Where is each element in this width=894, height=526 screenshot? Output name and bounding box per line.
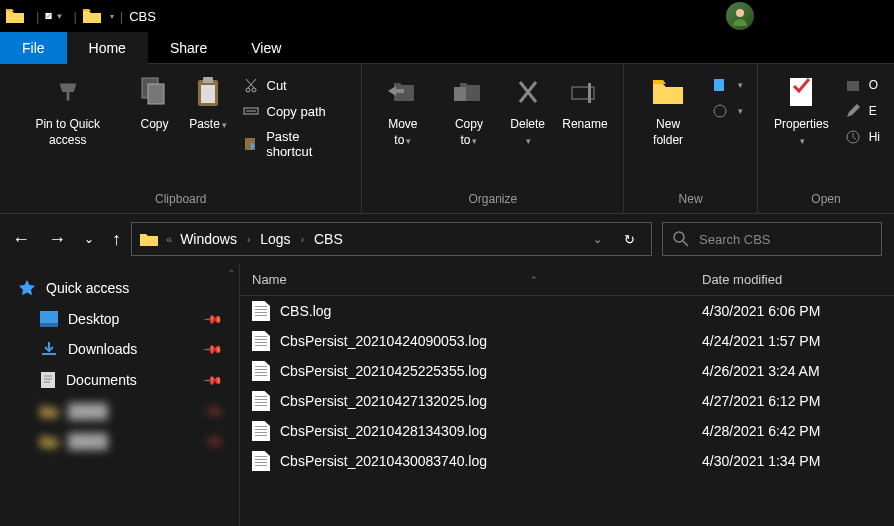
pin-icon: 📌 (203, 309, 224, 330)
open-icon (845, 77, 861, 93)
svg-point-17 (674, 232, 684, 242)
sidebar-quick-access[interactable]: Quick access (0, 272, 239, 304)
file-date: 4/30/2021 1:34 PM (702, 453, 882, 469)
address-box[interactable]: « Windows› Logs› CBS ⌄ ↻ (131, 222, 652, 256)
file-name: CbsPersist_20210427132025.log (280, 393, 702, 409)
group-label: Organize (370, 189, 615, 209)
file-name: CbsPersist_20210425225355.log (280, 363, 702, 379)
svg-rect-18 (40, 311, 58, 323)
ribbon: Pin to Quick access Copy Paste▾ Cut Copy… (0, 64, 894, 214)
scissors-icon (243, 77, 259, 93)
group-new: New folder ▾ ▾ New (624, 64, 758, 213)
recent-dropdown[interactable]: ⌄ (84, 232, 94, 246)
copy-to-button[interactable]: Copy to▾ (437, 68, 500, 154)
file-icon (252, 391, 270, 411)
paste-shortcut-button[interactable]: Paste shortcut (237, 126, 354, 162)
file-icon (252, 421, 270, 441)
file-date: 4/26/2021 3:24 AM (702, 363, 882, 379)
copy-path-button[interactable]: Copy path (237, 100, 354, 122)
check-icon[interactable]: ▼ (45, 7, 63, 25)
folder-icon (140, 232, 158, 246)
file-icon (252, 361, 270, 381)
file-row[interactable]: CbsPersist_20210428134309.log4/28/2021 6… (240, 416, 894, 446)
tab-view[interactable]: View (229, 32, 303, 64)
properties-button[interactable]: Properties▾ (766, 68, 837, 154)
navigation-pane: ⌃ Quick access Desktop📌 Downloads📌 Docum… (0, 264, 240, 526)
tab-share[interactable]: Share (148, 32, 229, 64)
pin-icon: 📌 (203, 370, 224, 391)
file-icon (252, 301, 270, 321)
column-date[interactable]: Date modified (702, 272, 882, 287)
tab-home[interactable]: Home (67, 32, 148, 64)
file-date: 4/27/2021 6:12 PM (702, 393, 882, 409)
svg-rect-20 (41, 372, 55, 388)
file-row[interactable]: CBS.log4/30/2021 6:06 PM (240, 296, 894, 326)
sidebar-item-documents[interactable]: Documents📌 (0, 364, 239, 396)
file-row[interactable]: CbsPersist_20210424090053.log4/24/2021 1… (240, 326, 894, 356)
shortcut-icon (243, 136, 259, 152)
up-button[interactable]: ↑ (112, 229, 121, 250)
file-row[interactable]: CbsPersist_20210427132025.log4/27/2021 6… (240, 386, 894, 416)
content-area: ⌃ Quick access Desktop📌 Downloads📌 Docum… (0, 264, 894, 526)
svg-rect-15 (847, 81, 859, 91)
group-label: Clipboard (8, 189, 353, 209)
file-date: 4/24/2021 1:57 PM (702, 333, 882, 349)
group-label: New (632, 189, 749, 209)
delete-button[interactable]: Delete▾ (503, 68, 553, 154)
refresh-button[interactable]: ↻ (616, 232, 643, 247)
svg-rect-5 (203, 77, 213, 83)
file-name: CBS.log (280, 303, 702, 319)
move-to-button[interactable]: Move to▾ (370, 68, 435, 154)
crumb-windows[interactable]: Windows (180, 231, 237, 247)
svg-rect-3 (148, 84, 164, 104)
search-placeholder: Search CBS (699, 232, 771, 247)
user-avatar[interactable] (726, 2, 754, 30)
sidebar-item-desktop[interactable]: Desktop📌 (0, 304, 239, 334)
column-name[interactable]: Name⌃ (252, 272, 702, 287)
search-box[interactable]: Search CBS (662, 222, 882, 256)
sidebar-item-blurred[interactable]: ████📌 (0, 396, 239, 426)
rename-button[interactable]: Rename (555, 68, 616, 138)
history-button[interactable]: Hi (839, 126, 886, 148)
open-button[interactable]: O (839, 74, 886, 96)
folder-icon (83, 9, 101, 23)
forward-button[interactable]: → (48, 229, 66, 250)
qat-dropdown[interactable]: ▾ (110, 12, 114, 21)
history-icon (845, 129, 861, 145)
address-dropdown[interactable]: ⌄ (587, 233, 608, 246)
file-row[interactable]: CbsPersist_20210425225355.log4/26/2021 3… (240, 356, 894, 386)
cut-button[interactable]: Cut (237, 74, 354, 96)
svg-rect-12 (714, 79, 724, 91)
svg-rect-19 (40, 323, 58, 327)
pin-icon: 📌 (203, 339, 224, 360)
copy-button[interactable]: Copy (129, 68, 179, 138)
svg-rect-6 (201, 85, 215, 103)
separator: | (73, 9, 76, 24)
file-icon (252, 331, 270, 351)
edit-button[interactable]: E (839, 100, 886, 122)
tab-file[interactable]: File (0, 32, 67, 64)
folder-icon (6, 9, 24, 23)
new-item-button[interactable]: ▾ (706, 74, 749, 96)
documents-icon (40, 371, 56, 389)
group-open: Properties▾ O E Hi Open (758, 64, 894, 213)
scroll-up-icon[interactable]: ⌃ (227, 268, 235, 279)
paste-button[interactable]: Paste▾ (181, 68, 234, 138)
file-row[interactable]: CbsPersist_20210430083740.log4/30/2021 1… (240, 446, 894, 476)
easy-access-button[interactable]: ▾ (706, 100, 749, 122)
sidebar-item-blurred[interactable]: ████📌 (0, 426, 239, 456)
sidebar-item-downloads[interactable]: Downloads📌 (0, 334, 239, 364)
file-name: CbsPersist_20210424090053.log (280, 333, 702, 349)
pin-quick-access-button[interactable]: Pin to Quick access (8, 68, 127, 154)
svg-rect-11 (588, 83, 591, 103)
breadcrumb-root-arrow[interactable]: « (166, 233, 172, 245)
crumb-logs[interactable]: Logs (260, 231, 290, 247)
edit-icon (845, 103, 861, 119)
crumb-cbs[interactable]: CBS (314, 231, 343, 247)
path-icon (243, 103, 259, 119)
column-headers: Name⌃ Date modified (240, 264, 894, 296)
new-folder-button[interactable]: New folder (632, 68, 704, 154)
file-name: CbsPersist_20210430083740.log (280, 453, 702, 469)
new-item-icon (712, 77, 728, 93)
back-button[interactable]: ← (12, 229, 30, 250)
